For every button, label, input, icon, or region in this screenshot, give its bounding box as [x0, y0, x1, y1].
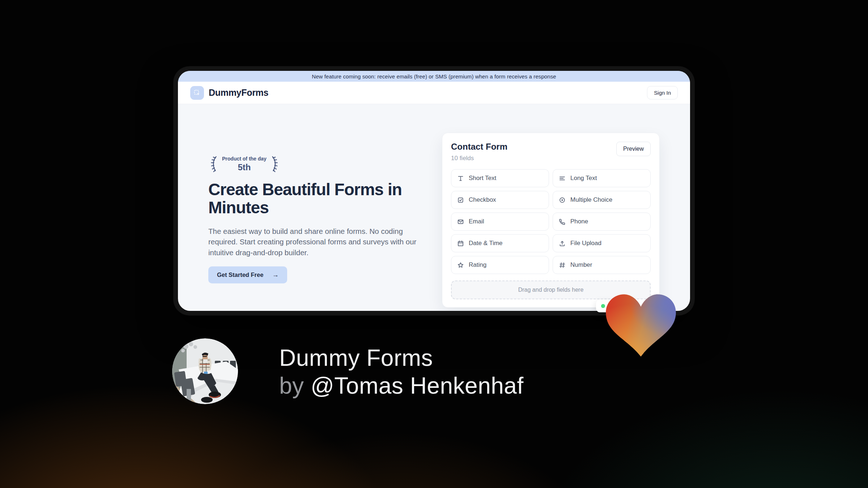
hash-icon [559, 262, 566, 269]
field-grid: Short TextLong TextCheckboxMultiple Choi… [451, 169, 651, 274]
announcement-banner: New feature coming soon: receive emails … [178, 71, 690, 82]
hero-copy: Product of the day 5th [208, 155, 418, 283]
field-label: Multiple Choice [570, 196, 612, 204]
app-header: DummyForms Sign In [178, 82, 690, 104]
align-left-icon [559, 175, 566, 182]
get-started-button[interactable]: Get Started Free → [208, 266, 287, 283]
arrow-right-icon: → [272, 271, 278, 279]
status-dot-icon [601, 304, 605, 308]
field-button-phone[interactable]: Phone [553, 213, 651, 231]
dropzone-text: Drag and drop fields here [518, 287, 584, 293]
form-card-titles: Contact Form 10 fields [451, 142, 507, 162]
field-button-checkbox[interactable]: Checkbox [451, 191, 549, 209]
circle-dot-icon [559, 197, 566, 204]
field-label: Date & Time [469, 240, 503, 247]
badge-label: Product of the day [222, 156, 267, 162]
cursor-select-icon [193, 89, 201, 97]
upload-icon [559, 240, 566, 247]
badge-text: Product of the day 5th [222, 156, 267, 172]
browser-window: New feature coming soon: receive emails … [174, 67, 694, 315]
sign-in-button[interactable]: Sign In [647, 86, 678, 99]
field-button-email[interactable]: Email [451, 213, 549, 231]
author-photo [172, 338, 238, 404]
field-label: Checkbox [469, 196, 496, 204]
calendar-icon [457, 240, 464, 247]
field-button-number[interactable]: Number [553, 256, 651, 274]
field-label: Email [469, 218, 484, 225]
checkbox-icon [457, 197, 464, 204]
form-field-count: 10 fields [451, 155, 507, 162]
credit-byline: by @Tomas Henkenhaf [279, 372, 524, 400]
promo-canvas: New feature coming soon: receive emails … [0, 0, 868, 488]
announcement-text: New feature coming soon: receive emails … [312, 73, 556, 80]
field-label: Short Text [469, 175, 496, 182]
field-button-long-text[interactable]: Long Text [553, 169, 651, 187]
credit-by-prefix: by [279, 373, 304, 399]
laurel-left-icon [208, 155, 219, 173]
mail-icon [457, 218, 464, 225]
field-button-multiple-choice[interactable]: Multiple Choice [553, 191, 651, 209]
field-button-short-text[interactable]: Short Text [451, 169, 549, 187]
field-label: Number [570, 261, 592, 269]
product-of-the-day-badge: Product of the day 5th [208, 155, 277, 173]
heart-icon [605, 293, 676, 359]
form-builder-card: Contact Form 10 fields Preview Short Tex… [442, 133, 660, 308]
field-button-rating[interactable]: Rating [451, 256, 549, 274]
star-icon [457, 262, 464, 269]
credit-product-name: Dummy Forms [279, 344, 524, 372]
form-card-header: Contact Form 10 fields Preview [451, 142, 651, 162]
field-label: File Upload [570, 240, 601, 247]
hero-description: The easiest way to build and share onlin… [208, 226, 418, 257]
laurel-right-icon [269, 155, 280, 173]
field-button-file-upload[interactable]: File Upload [553, 234, 651, 252]
hero-title: Create Beautiful Forms in Minutes [208, 181, 411, 217]
preview-button[interactable]: Preview [616, 142, 651, 156]
type-icon [457, 175, 464, 182]
brand-name: DummyForms [209, 87, 268, 98]
field-label: Phone [570, 218, 588, 225]
field-button-date-time[interactable]: Date & Time [451, 234, 549, 252]
credit-author-handle: @Tomas Henkenhaf [311, 373, 524, 399]
app-viewport: New feature coming soon: receive emails … [178, 71, 690, 311]
brand-logo[interactable] [190, 86, 204, 100]
field-label: Long Text [570, 175, 597, 182]
credit-block: Dummy Forms by @Tomas Henkenhaf [279, 344, 524, 400]
phone-icon [559, 218, 566, 225]
hero-section: Product of the day 5th [178, 104, 690, 311]
field-label: Rating [469, 261, 486, 269]
badge-rank: 5th [222, 162, 267, 172]
cta-label: Get Started Free [217, 271, 263, 278]
form-title: Contact Form [451, 142, 507, 152]
